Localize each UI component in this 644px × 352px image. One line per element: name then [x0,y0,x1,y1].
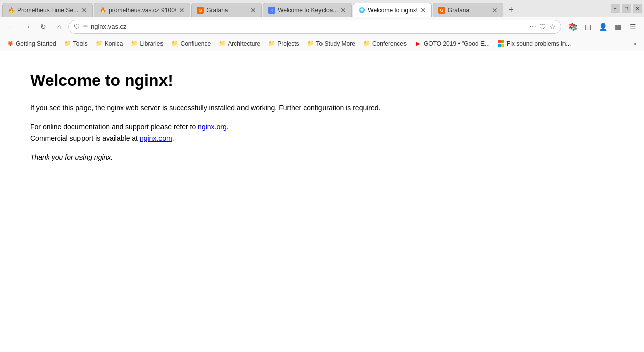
tab-4-title: Welcome to Keycloa... [278,7,338,14]
bookmark-architecture-icon: 📁 [219,40,226,47]
tab-1-favicon: 🔥 [8,7,15,14]
close-button[interactable]: ✕ [633,4,642,13]
para2-prefix: For online documentation and support ple… [30,123,198,131]
bookmark-fix-sound-favicon [498,40,505,47]
tab-2-close[interactable]: ✕ [179,7,185,14]
bookmark-libraries-label: Libraries [140,40,163,47]
tab-2[interactable]: 🔥 prometheus.vas.cz:9100/ ✕ [94,3,190,17]
tab-3-favicon: G [197,7,204,14]
title-bar: 🔥 Prometheus Time Se... ✕ 🔥 prometheus.v… [0,0,644,17]
forward-button[interactable]: → [20,20,34,34]
sidebar-icon[interactable]: ▤ [581,20,595,34]
bookmark-getting-started[interactable]: 🦊 Getting Started [3,39,60,48]
page-content: Welcome to nginx! If you see this page, … [0,51,644,352]
tab-4-favicon: K [268,7,275,14]
bookmark-konica[interactable]: 📁 Konica [92,39,127,48]
address-bar[interactable]: 🛡 ✏ ⋯ 🛡 ☆ [68,20,561,34]
tab-4-close[interactable]: ✕ [340,7,346,14]
tab-5-title: Welcome to nginx! [368,7,418,14]
navigation-bar: ← → ↻ ⌂ 🛡 ✏ ⋯ 🛡 ☆ 📚 ▤ 👤 ▦ ☰ [0,17,644,36]
reload-button[interactable]: ↻ [36,20,50,34]
bookmark-conferences-label: Conferences [372,40,407,47]
tab-1[interactable]: 🔥 Prometheus Time Se... ✕ [2,3,93,17]
edit-icon: ✏ [83,23,88,30]
nginx-com-link[interactable]: nginx.com [140,134,172,142]
bookmark-goto-favicon: ▶ [415,40,422,47]
bookmark-goto-label: GOTO 2019 • "Good E... [424,40,490,47]
nginx-org-link[interactable]: nginx.org [198,123,227,131]
paragraph-3: Thank you for using nginx. [30,152,614,163]
bookmark-tools-label: Tools [73,40,88,47]
bookmark-libraries[interactable]: 📁 Libraries [127,39,167,48]
bookmark-projects-label: Projects [277,40,299,47]
bookmark-study-more-label: To Study More [316,40,355,47]
bookmark-confluence-label: Confluence [180,40,211,47]
bookmark-projects-icon: 📁 [268,40,275,47]
container-icon[interactable]: ▦ [611,20,625,34]
tab-3-close[interactable]: ✕ [250,7,256,14]
account-icon[interactable]: 👤 [596,20,610,34]
bookmark-conferences-icon: 📁 [363,40,370,47]
extensions-icon: ⋯ [529,23,536,31]
tab-1-close[interactable]: ✕ [81,7,87,14]
bookmark-study-more-icon: 📁 [307,40,314,47]
bookmark-projects[interactable]: 📁 Projects [265,39,302,48]
tab-3-title: Grafana [206,7,248,14]
bookmark-fix-sound[interactable]: Fix sound problems in... [494,39,574,48]
tab-4[interactable]: K Welcome to Keycloa... ✕ [263,3,352,17]
library-icon[interactable]: 📚 [566,20,580,34]
bookmarks-overflow-button[interactable]: » [629,38,641,50]
tab-6[interactable]: G Grafana ✕ [433,3,503,17]
bookmark-konica-label: Konica [105,40,123,47]
bookmark-libraries-icon: 📁 [131,40,138,47]
tab-5-close[interactable]: ✕ [420,7,426,14]
bookmark-conferences[interactable]: 📁 Conferences [360,39,410,48]
tab-bar: 🔥 Prometheus Time Se... ✕ 🔥 prometheus.v… [2,0,607,17]
url-input[interactable] [91,23,526,30]
bookmark-confluence-icon: 📁 [171,40,178,47]
browser-window: 🔥 Prometheus Time Se... ✕ 🔥 prometheus.v… [0,0,644,352]
bookmark-star-icon[interactable]: ☆ [549,23,556,31]
paragraph-2: For online documentation and support ple… [30,121,614,144]
back-button[interactable]: ← [4,20,18,34]
tab-2-title: prometheus.vas.cz:9100/ [109,7,176,14]
tab-6-close[interactable]: ✕ [492,7,498,14]
bookmarks-bar: 🦊 Getting Started 📁 Tools 📁 Konica 📁 Lib… [0,36,644,51]
bookmark-fix-sound-label: Fix sound problems in... [507,40,571,47]
tab-5[interactable]: 🌐 Welcome to nginx! ✕ [353,3,432,17]
home-button[interactable]: ⌂ [52,20,66,34]
bookmark-architecture[interactable]: 📁 Architecture [215,39,264,48]
minimize-button[interactable]: − [611,4,620,13]
tab-6-favicon: G [438,7,445,14]
privacy-icon: 🛡 [539,23,546,31]
window-controls: − □ ✕ [611,4,642,13]
bookmark-goto[interactable]: ▶ GOTO 2019 • "Good E... [411,39,493,48]
bookmark-getting-started-favicon: 🦊 [7,40,14,47]
toolbar-icons: 📚 ▤ 👤 ▦ ☰ [566,20,640,34]
bookmark-getting-started-label: Getting Started [16,40,56,47]
tab-6-title: Grafana [448,7,489,14]
maximize-button[interactable]: □ [622,4,631,13]
para2-suffix: . [172,134,174,142]
security-icon: 🛡 [74,23,80,30]
tab-1-title: Prometheus Time Se... [17,7,78,14]
bookmark-architecture-label: Architecture [228,40,260,47]
page-title: Welcome to nginx! [30,71,614,90]
bookmark-tools[interactable]: 📁 Tools [61,39,91,48]
bookmark-konica-icon: 📁 [96,40,103,47]
bookmark-tools-icon: 📁 [64,40,71,47]
para2-commercial: Commercial support is available at [30,134,140,142]
bookmark-study-more[interactable]: 📁 To Study More [304,39,359,48]
menu-button[interactable]: ☰ [626,20,640,34]
tab-3[interactable]: G Grafana ✕ [191,3,262,17]
tab-5-favicon: 🌐 [358,7,365,14]
address-bar-actions: ⋯ 🛡 ☆ [529,23,556,31]
paragraph-1: If you see this page, the nginx web serv… [30,102,614,113]
bookmark-confluence[interactable]: 📁 Confluence [168,39,214,48]
tab-2-favicon: 🔥 [99,7,106,14]
new-tab-button[interactable]: + [504,3,518,17]
